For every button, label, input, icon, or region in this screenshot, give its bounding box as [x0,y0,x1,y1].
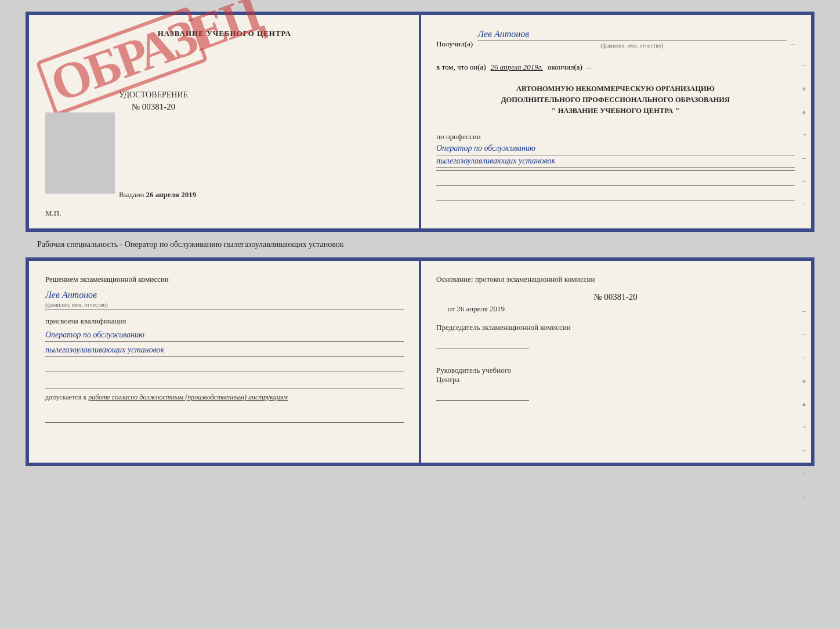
profession-line1: Оператор по обслуживанию [436,144,795,155]
cert-right-sidebar: – и а ← – – – [802,61,809,208]
qual-blank-2 [45,377,404,388]
recipient-name: Лев Антонов [477,29,529,39]
dopuskaetsya-label: допускается к [45,393,86,401]
qual-right-sidebar: – – – и а ← – – – [802,307,809,500]
in-that-label: в том, что он(а) [436,63,486,72]
received-label: Получил(а) [436,39,473,49]
commission-text: Решением экзаменационной комиссии [45,275,404,284]
qual-date: от 26 апреля 2019 [436,304,795,314]
org-quotes2: " [675,106,679,117]
qual-right-page: Основание: протокол экзаменационной коми… [420,261,811,463]
qual-rukov: Руководитель учебного Центра [436,366,795,401]
udostoverenie-label: УДОСТОВЕРЕНИЕ [119,90,188,100]
osnov-label: Основание: протокол экзаменационной коми… [436,275,595,283]
qual-fio-label: (фамилия, имя, отчество) [45,301,404,310]
cert-right-page: Получил(а) Лев Антонов (фамилия, имя, от… [420,15,811,228]
issued-label: Выдано [119,190,144,199]
fio-label-cert: (фамилия, имя, отчество) [477,42,786,49]
completed-date: 26 апреля 2019г. [491,63,543,72]
certificate-book: НАЗВАНИЕ УЧЕБНОГО ЦЕНТРА ОБРАЗЕЦ УДОСТОВ… [26,12,814,232]
org-name: НАЗВАНИЕ УЧЕБНОГО ЦЕНТРА [558,106,674,117]
cert-number: № 00381-20 [119,102,188,112]
document-container: НАЗВАНИЕ УЧЕБНОГО ЦЕНТРА ОБРАЗЕЦ УДОСТОВ… [26,12,814,466]
qual-profession-line1: Оператор по обслуживанию [45,330,404,342]
date-value: 26 апреля 2019 [457,304,505,313]
qual-right-content: Основание: протокол экзаменационной коми… [436,275,795,401]
dash1: – [791,39,795,49]
org-line2: ДОПОЛНИТЕЛЬНОГО ПРОФЕССИОНАЛЬНОГО ОБРАЗО… [436,94,795,106]
completed-label: окончил(а) [548,63,582,72]
date-prefix: от [448,304,455,313]
qual-assigned-label: присвоена квалификация [45,317,404,326]
tsentra-label: Центра [436,375,795,384]
specialty-text: Рабочая специальность - Оператор по обсл… [26,240,814,249]
qual-osnov: Основание: протокол экзаменационной коми… [436,275,795,284]
qual-blank-3 [45,411,404,423]
qual-chairman: Председатель экзаменационной комиссии [436,323,795,348]
dash2: – [587,63,591,72]
cert-left-page: НАЗВАНИЕ УЧЕБНОГО ЦЕНТРА ОБРАЗЕЦ УДОСТОВ… [29,15,420,228]
qual-left-page: Решением экзаменационной комиссии Лев Ан… [29,261,420,463]
cert-mp: М.П. [45,209,61,218]
qual-blank-1 [45,361,404,372]
dopuskaetsya-value: работе согласно должностным (производств… [88,393,288,401]
profession-line2: пылегазоулавливающих установок [436,157,795,168]
qual-dopuskaetsya: допускается к работе согласно должностны… [45,393,404,402]
issued-date: 26 апреля 2019 [146,190,197,199]
rukov-label: Руководитель учебного [436,366,795,375]
cert-photo-placeholder [45,112,115,194]
qual-name: Лев Антонов [45,290,404,300]
by-profession-label: по профессии [436,132,795,141]
cert-school-title: НАЗВАНИЕ УЧЕБНОГО ЦЕНТРА [45,29,404,38]
org-quotes: " [552,106,556,117]
qual-protocol-num: № 00381-20 [436,292,795,302]
org-block: АВТОНОМНУЮ НЕКОММЕРЧЕСКУЮ ОРГАНИЗАЦИЮ ДО… [436,83,795,116]
org-line1: АВТОНОМНУЮ НЕКОММЕРЧЕСКУЮ ОРГАНИЗАЦИЮ [436,83,795,94]
qual-sig-line-2 [436,389,529,401]
chairman-label: Председатель экзаменационной комиссии [436,323,795,332]
qual-profession-line2: пылегазоулавливающих установок [45,346,404,357]
cert-issued: Выдано 26 апреля 2019 [119,190,196,199]
qualification-book: Решением экзаменационной комиссии Лев Ан… [26,257,814,466]
qual-sig-line-1 [436,337,529,348]
